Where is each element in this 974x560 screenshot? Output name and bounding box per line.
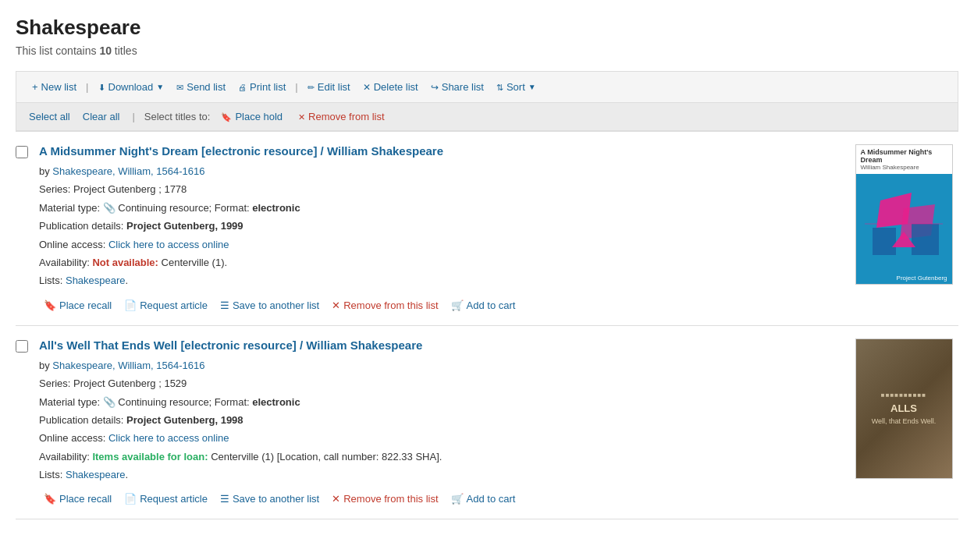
book-actions-1: 🔖 Place recall 📄 Request article ☰ Save … [39,491,837,506]
book-actions-0: 🔖 Place recall 📄 Request article ☰ Save … [39,298,837,313]
remove-from-list-button[interactable]: Remove from list [293,109,389,124]
book-cover-0: A Midsummer Night's Dream William Shakes… [849,144,958,313]
place-recall-btn-1[interactable]: 🔖 Place recall [39,491,116,506]
book-meta-1: by Shakespeare, William, 1564-1616 Serie… [39,356,837,484]
book-checkbox-1[interactable] [16,338,39,507]
book-title-1[interactable]: All's Well That Ends Well [electronic re… [39,338,837,352]
download-icon [98,81,105,93]
page-title: Shakespeare [16,16,958,40]
remove-icon [298,111,305,122]
select-all-button[interactable]: Select all [26,109,73,124]
book-content-1: All's Well That Ends Well [electronic re… [39,338,849,507]
online-access-1[interactable]: Click here to access online [108,432,229,444]
book-content-0: A Midsummer Night's Dream [electronic re… [39,144,849,313]
select-titles-label: Select titles to: [144,111,211,122]
book-item: All's Well That Ends Well [electronic re… [16,326,958,520]
place-hold-icon [221,111,232,122]
print-list-button[interactable]: Print list [232,78,292,96]
select-separator: | [129,111,137,122]
send-list-button[interactable]: Send list [170,78,232,96]
availability-label-1: Items available for loan: [92,451,208,463]
clear-all-button[interactable]: Clear all [80,109,123,124]
mail-icon [176,81,183,93]
toolbar: New list | Download ▼ Send list Print li… [16,71,958,103]
page-subtitle: This list contains 10 titles [16,44,958,57]
svg-rect-3 [873,228,896,255]
select-bar: Select all Clear all | Select titles to:… [16,103,958,131]
sort-icon [496,81,503,93]
sort-button[interactable]: Sort ▼ [490,78,542,96]
place-recall-btn-0[interactable]: 🔖 Place recall [39,298,116,313]
book-author-1[interactable]: Shakespeare, William, 1564-1616 [52,360,204,371]
edit-icon [307,81,315,93]
book-title-0[interactable]: A Midsummer Night's Dream [electronic re… [39,144,837,158]
separator-1: | [83,81,91,93]
remove-btn-1[interactable]: ✕ Remove from this list [327,491,443,506]
book-meta-0: by Shakespeare, William, 1564-1616 Serie… [39,162,837,290]
delete-list-button[interactable]: Delete list [357,78,425,96]
save-to-list-btn-0[interactable]: ☰ Save to another list [215,298,324,313]
book-checkbox-0[interactable] [16,144,39,313]
place-hold-button[interactable]: Place hold [216,109,287,124]
share-list-button[interactable]: Share list [425,78,490,96]
add-to-cart-btn-1[interactable]: 🛒 Add to cart [446,491,521,506]
print-icon [238,81,247,93]
list-link-1[interactable]: Shakespeare [66,469,126,480]
checkbox-input-1[interactable] [16,340,28,353]
remove-btn-0[interactable]: ✕ Remove from this list [327,298,443,313]
online-access-0[interactable]: Click here to access online [108,239,229,250]
request-article-btn-1[interactable]: 📄 Request article [119,491,212,506]
save-to-list-btn-1[interactable]: ☰ Save to another list [215,491,324,506]
edit-list-button[interactable]: Edit list [301,78,357,96]
book-cover-1: ■■■■■■■■■■ ALLS Well, that Ends Well. [849,338,958,507]
checkbox-input-0[interactable] [16,146,28,158]
delete-icon [363,81,371,93]
svg-rect-4 [912,224,939,255]
download-button[interactable]: Download ▼ [92,78,171,96]
new-list-button[interactable]: New list [26,78,83,96]
request-article-btn-0[interactable]: 📄 Request article [119,298,212,313]
add-to-cart-btn-0[interactable]: 🛒 Add to cart [446,298,521,313]
book-list: A Midsummer Night's Dream [electronic re… [16,131,958,519]
separator-2: | [292,81,300,93]
share-icon [431,81,439,93]
book-author-0[interactable]: Shakespeare, William, 1564-1616 [52,165,204,177]
plus-icon [32,81,38,93]
availability-label-0: Not available: [92,257,158,268]
list-link-0[interactable]: Shakespeare [66,275,126,286]
book-item: A Midsummer Night's Dream [electronic re… [16,132,958,326]
